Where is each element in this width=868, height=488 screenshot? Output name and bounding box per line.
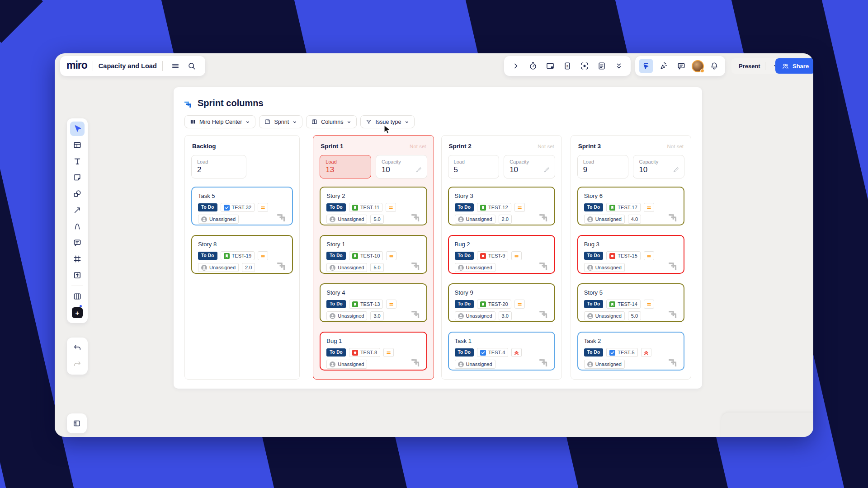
- issue-card[interactable]: Story 5To DoTEST-14Unassigned5.0: [577, 283, 684, 322]
- priority-medium-icon: [644, 203, 654, 212]
- select-tool-icon[interactable]: [70, 122, 85, 136]
- status-badge: To Do: [198, 252, 217, 260]
- issue-title: Story 2: [326, 192, 420, 199]
- edit-capacity-icon[interactable]: [543, 166, 550, 173]
- estimate-card-icon[interactable]: 3: [560, 59, 575, 73]
- screen-share-icon[interactable]: [543, 59, 557, 73]
- hamburger-icon[interactable]: [168, 59, 183, 73]
- frame-icon[interactable]: [70, 252, 85, 266]
- priority-medium-icon: [386, 251, 396, 260]
- upload-icon[interactable]: [70, 268, 85, 282]
- load-box: Load13: [320, 155, 371, 178]
- templates-icon[interactable]: [70, 138, 85, 152]
- issue-card[interactable]: Bug 2To DoTEST-9Unassigned: [448, 235, 555, 274]
- assignee-avatar-icon: [587, 313, 593, 319]
- issue-key: TEST-20: [488, 301, 508, 307]
- capacity-box[interactable]: Capacity10: [504, 155, 555, 178]
- issue-badges-row: To DoTEST-20: [455, 300, 548, 309]
- issue-card[interactable]: Story 6To DoTEST-17Unassigned4.0: [577, 187, 684, 225]
- issue-card[interactable]: Story 1To DoTEST-10Unassigned5.0: [320, 235, 427, 274]
- issue-meta-row: Unassigned: [455, 263, 548, 272]
- issue-card[interactable]: Task 2To DoTEST-5Unassigned: [577, 332, 684, 371]
- notes-icon[interactable]: [594, 59, 609, 73]
- magic-pen-icon[interactable]: [656, 59, 671, 73]
- shapes-icon[interactable]: [70, 187, 85, 201]
- bottom-left-toolbar: [67, 413, 87, 433]
- column-header: Sprint 1Not set: [321, 143, 426, 150]
- sticky-note-icon[interactable]: [70, 170, 85, 185]
- filter-issue-type-dropdown[interactable]: Issue type: [360, 115, 415, 128]
- issue-card[interactable]: Story 2To DoTEST-11Unassigned5.0: [320, 187, 427, 225]
- assignee-avatar-icon: [587, 216, 593, 222]
- issue-badges-row: To DoTEST-4: [455, 348, 548, 357]
- follow-cursor-icon[interactable]: [639, 59, 653, 73]
- load-value: 5: [454, 165, 494, 174]
- priority-medium-icon: [386, 300, 396, 309]
- facilitation-toolbar: 3: [504, 56, 631, 76]
- edit-capacity-icon[interactable]: [415, 166, 422, 173]
- priority-medium-icon: [383, 348, 394, 357]
- miro-logo[interactable]: miro: [66, 59, 87, 73]
- issue-title: Task 5: [198, 192, 286, 199]
- issue-card[interactable]: Story 3To DoTEST-12Unassigned2.0: [448, 187, 555, 225]
- comments-icon[interactable]: [674, 59, 689, 73]
- issue-key-chip: TEST-10: [349, 251, 383, 260]
- column-header: Sprint 2Not set: [449, 143, 554, 150]
- more-apps-button[interactable]: +: [70, 305, 85, 320]
- issue-card[interactable]: Task 5To DoTEST-32Unassigned: [191, 187, 293, 225]
- notifications-icon[interactable]: [707, 59, 722, 73]
- undo-icon[interactable]: [70, 341, 85, 355]
- load-box: Load5: [448, 155, 500, 178]
- filter-sprint-dropdown[interactable]: Sprint: [259, 115, 302, 128]
- issue-card[interactable]: Story 4To DoTEST-13Unassigned3.0: [320, 283, 427, 322]
- share-button[interactable]: Share: [775, 58, 813, 74]
- issue-key: TEST-13: [360, 301, 380, 307]
- issue-card[interactable]: Bug 1To DoTEST-8Unassigned: [320, 332, 427, 371]
- text-tool-icon[interactable]: [70, 154, 85, 169]
- assignee-avatar-icon: [458, 216, 464, 222]
- jira-logo-icon: [184, 99, 193, 108]
- capacity-box[interactable]: Capacity10: [633, 155, 684, 178]
- chevron-right-icon[interactable]: [509, 59, 523, 73]
- search-icon[interactable]: [184, 59, 199, 73]
- estimate-chip: 5.0: [370, 215, 383, 224]
- issue-card[interactable]: Bug 3To DoTEST-15Unassigned: [577, 235, 684, 274]
- assignee-avatar-icon: [201, 216, 207, 222]
- issue-card[interactable]: Task 1To DoTEST-4Unassigned: [448, 332, 555, 371]
- board-name[interactable]: Capacity and Load: [99, 62, 157, 70]
- issue-badges-row: To DoTEST-13: [326, 300, 420, 309]
- assignee-chip: Unassigned: [584, 263, 625, 272]
- panel-toggle-icon[interactable]: [70, 416, 84, 431]
- timer-icon[interactable]: [526, 59, 540, 73]
- issue-key-chip: TEST-19: [221, 251, 255, 260]
- issue-meta-row: Unassigned3.0: [326, 311, 420, 320]
- issue-title: Bug 2: [455, 241, 548, 248]
- issue-badges-row: To DoTEST-10: [326, 251, 420, 260]
- pen-icon[interactable]: [70, 219, 85, 234]
- priority-highest-icon: [511, 348, 522, 357]
- task-type-icon: [224, 205, 230, 211]
- spotlight-icon[interactable]: [577, 59, 592, 73]
- collapse-icon[interactable]: [612, 59, 626, 73]
- avatar[interactable]: [692, 60, 704, 72]
- filter-project-dropdown[interactable]: Miro Help Center: [184, 115, 255, 128]
- filter-bar: Miro Help Center Sprint Columns Issue ty…: [184, 115, 691, 128]
- issue-card[interactable]: Story 9To DoTEST-20Unassigned3.0: [448, 283, 555, 322]
- issue-key-chip: TEST-11: [349, 203, 383, 212]
- column-header: Sprint 3Not set: [578, 143, 684, 150]
- jira-arrows-icon: [539, 356, 550, 366]
- edit-capacity-icon[interactable]: [673, 166, 679, 173]
- redo-icon[interactable]: [70, 357, 85, 371]
- issue-card[interactable]: Story 8To DoTEST-19Unassigned2.0: [191, 235, 293, 274]
- filter-columns-dropdown[interactable]: Columns: [306, 115, 357, 128]
- kanban-icon[interactable]: [70, 289, 85, 304]
- jira-arrows-icon: [539, 259, 550, 270]
- assignee-avatar-icon: [330, 313, 335, 319]
- issue-key: TEST-14: [618, 301, 637, 307]
- connector-icon[interactable]: [70, 203, 85, 217]
- capacity-box[interactable]: Capacity10: [376, 155, 427, 178]
- column-name: Sprint 1: [321, 143, 343, 150]
- comment-icon[interactable]: [70, 235, 85, 250]
- issue-title: Story 4: [326, 289, 420, 296]
- issue-key-chip: TEST-8: [349, 348, 380, 357]
